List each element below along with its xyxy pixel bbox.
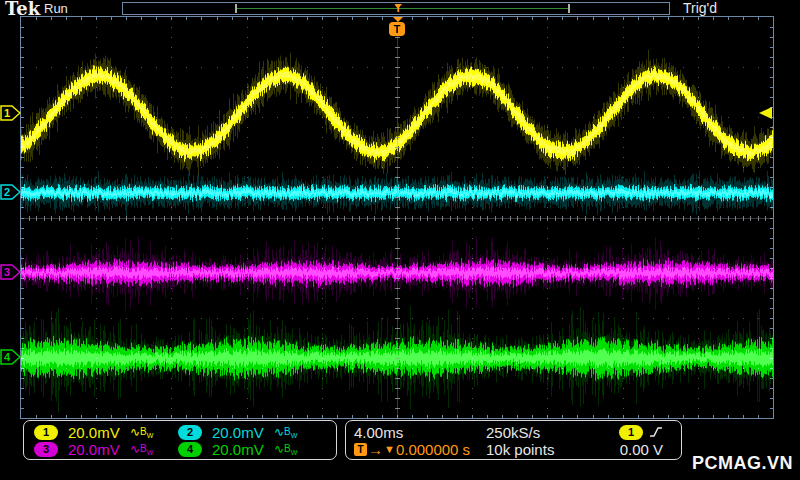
channel-4-coupling-bandwidth-icon: ∿BW (274, 442, 320, 456)
sample-rate: 250kS/s (486, 424, 606, 441)
channel-1-scale: 20.0mV (68, 424, 130, 441)
channel-3-marker-shape: 3 (0, 264, 21, 280)
acquisition-status: Run (44, 1, 68, 16)
svg-text:1: 1 (4, 107, 10, 119)
record-length: 10k points (486, 441, 606, 458)
channel-2-scale: 20.0mV (212, 424, 274, 441)
time-per-division: 4.00ms (354, 424, 486, 441)
rising-edge-icon (649, 425, 663, 439)
trigger-source-badge: 1 (619, 425, 643, 440)
channel-4-position-marker[interactable]: 4 (0, 349, 21, 365)
svg-text:4: 4 (4, 351, 11, 363)
svg-text:2: 2 (4, 186, 10, 198)
trigger-status: Trig'd (683, 0, 717, 16)
record-view-bar: T (122, 2, 670, 15)
graticule (20, 16, 774, 419)
channel-1-badge: 1 (34, 425, 58, 440)
channel-readouts-box: 1 20.0mV ∿BW 2 20.0mV ∿BW 3 20.0mV ∿BW 4… (23, 420, 337, 460)
trigger-t-icon: T (354, 443, 367, 456)
svg-text:3: 3 (4, 266, 10, 278)
trigger-position-flag[interactable]: T (389, 17, 406, 36)
waveform-canvas (21, 17, 773, 418)
channel-3-position-marker[interactable]: 3 (0, 264, 21, 280)
trigger-level: 0.00 V (606, 441, 673, 458)
channel-2-coupling-bandwidth-icon: ∿BW (274, 425, 320, 439)
channel-4-marker-shape: 4 (0, 349, 21, 365)
channel-3-badge: 3 (34, 442, 58, 457)
channel-4-scale: 20.0mV (212, 441, 274, 458)
channel-1-marker-shape: 1 (0, 105, 21, 121)
channel-2-position-marker[interactable]: 2 (0, 184, 21, 200)
trigger-flag-letter: T (389, 22, 405, 36)
horizontal-trigger-readouts-box: 4.00ms 250kS/s 1 T→▼0.000000 s 10k point… (345, 420, 682, 460)
channel-2-marker-shape: 2 (0, 184, 21, 200)
trigger-level-arrow[interactable] (759, 107, 772, 119)
channel-3-coupling-bandwidth-icon: ∿BW (130, 442, 178, 456)
channel-1-position-marker[interactable]: 1 (0, 105, 21, 121)
watermark: PCMAG.VN (692, 453, 793, 474)
record-window-left-bracket (235, 4, 237, 13)
channel-1-coupling-bandwidth-icon: ∿BW (130, 425, 178, 439)
record-window-right-bracket (568, 4, 570, 13)
trigger-position-readout: T→▼0.000000 s (354, 441, 486, 458)
channel-2-badge: 2 (178, 425, 202, 440)
oscilloscope-screen: Tek Run Trig'd T 1 2 3 4 (0, 0, 800, 480)
channel-3-scale: 20.0mV (68, 441, 130, 458)
channel-4-badge: 4 (178, 442, 202, 457)
record-trigger-position-icon[interactable]: T (392, 2, 404, 15)
